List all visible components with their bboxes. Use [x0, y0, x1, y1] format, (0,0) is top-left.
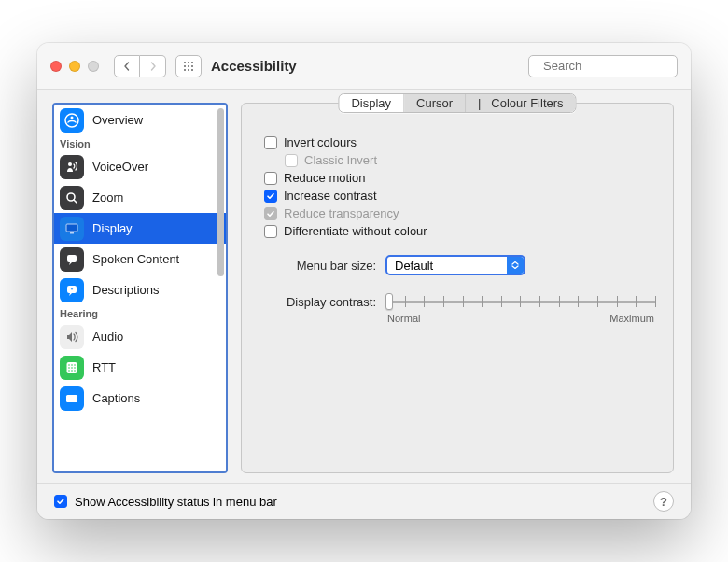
close-window-button[interactable]: [50, 61, 62, 72]
checkbox-label: Reduce motion: [284, 171, 365, 185]
slider-min-label: Normal: [387, 313, 420, 324]
svg-point-2: [191, 62, 193, 63]
sidebar-section-label: Vision: [54, 135, 226, 151]
nav-buttons: [114, 55, 166, 77]
sidebar-item-descriptions[interactable]: ”Descriptions: [54, 274, 226, 305]
svg-point-30: [71, 370, 73, 372]
sidebar-item-label: Descriptions: [92, 283, 160, 297]
reduce-transparency-checkbox: Reduce transparency: [264, 204, 656, 222]
reduce-motion-checkbox[interactable]: Reduce motion: [264, 169, 656, 187]
sidebar-item-label: Captions: [92, 391, 140, 405]
sidebar-item-label: Display: [92, 221, 133, 235]
svg-point-4: [188, 65, 189, 67]
zoom-icon: [60, 186, 84, 210]
display-icon: [60, 217, 84, 241]
sidebar-item-voiceover[interactable]: VoiceOver: [54, 151, 226, 182]
svg-point-31: [74, 370, 76, 372]
checkbox-label: Reduce transparency: [284, 206, 399, 220]
invert-colours-checkbox[interactable]: Invert colours: [264, 133, 656, 151]
svg-point-24: [71, 364, 73, 366]
overview-icon: [60, 108, 84, 133]
footer: Show Accessibility status in menu bar ?: [37, 483, 691, 519]
chevron-up-down-icon: [507, 257, 524, 274]
svg-line-15: [74, 200, 77, 203]
tab-colour-filters[interactable]: | Colour Filters: [466, 94, 576, 112]
show-all-button[interactable]: [175, 55, 202, 77]
svg-rect-19: [67, 255, 77, 262]
menu-bar-size-label: Menu bar size:: [264, 259, 376, 273]
rtt-icon: [60, 356, 84, 380]
slider-max-label: Maximum: [609, 313, 654, 324]
classic-invert-checkbox: Classic Invert: [264, 151, 656, 169]
accessibility-preferences-window: Accessibility OverviewVisionVoiceOverZoo…: [37, 43, 691, 519]
captions-icon: [60, 386, 84, 411]
checkbox-icon: [264, 190, 277, 203]
help-button[interactable]: ?: [653, 491, 674, 512]
tab-display[interactable]: Display: [339, 94, 404, 112]
svg-point-25: [74, 364, 76, 366]
settings-panel: DisplayCursor| Colour Filters Invert col…: [241, 103, 674, 473]
sidebar-item-label: VoiceOver: [92, 160, 148, 174]
sidebar-item-label: Audio: [92, 330, 123, 344]
back-button[interactable]: [114, 55, 140, 77]
sidebar-item-label: Spoken Content: [92, 252, 179, 266]
display-contrast-slider[interactable]: [385, 292, 656, 311]
checkbox-label: Increase contrast: [284, 189, 377, 203]
display-options: Invert colours Classic Invert Reduce mot…: [259, 133, 656, 240]
window-title: Accessibility: [211, 58, 297, 74]
voiceover-icon: [60, 155, 84, 179]
sidebar-item-rtt[interactable]: RTT: [54, 352, 226, 383]
svg-point-26: [68, 367, 70, 369]
spoken-icon: [60, 247, 84, 272]
show-status-checkbox[interactable]: [54, 495, 67, 508]
svg-rect-32: [66, 395, 77, 402]
checkbox-icon: [264, 225, 277, 238]
body: OverviewVisionVoiceOverZoomDisplaySpoken…: [37, 90, 691, 483]
zoom-window-button[interactable]: [88, 61, 99, 72]
sidebar-item-captions[interactable]: Captions: [54, 383, 226, 414]
slider-knob[interactable]: [385, 293, 393, 310]
category-sidebar[interactable]: OverviewVisionVoiceOverZoomDisplaySpoken…: [52, 103, 228, 473]
sidebar-item-overview[interactable]: Overview: [54, 105, 226, 135]
scrollbar[interactable]: [217, 108, 224, 276]
increase-contrast-checkbox[interactable]: Increase contrast: [264, 187, 656, 204]
select-value: Default: [395, 259, 433, 273]
sidebar-item-spoken-content[interactable]: Spoken Content: [54, 244, 226, 274]
differentiate-without-colour-checkbox[interactable]: Differentiate without colour: [264, 222, 656, 240]
svg-point-23: [68, 364, 70, 366]
minimize-window-button[interactable]: [69, 61, 80, 72]
checkbox-label: Invert colours: [284, 135, 357, 149]
search-field[interactable]: [528, 55, 678, 77]
menu-bar-size-row: Menu bar size: Default: [259, 255, 656, 275]
forward-button[interactable]: [140, 55, 166, 77]
sidebar-item-label: Overview: [92, 113, 143, 127]
svg-point-29: [68, 370, 70, 372]
svg-text:”: ”: [71, 287, 74, 292]
tab-cursor[interactable]: Cursor: [404, 94, 466, 112]
search-input[interactable]: [541, 58, 691, 74]
window-controls: [50, 61, 99, 72]
display-contrast-label: Display contrast:: [264, 295, 376, 309]
sidebar-item-zoom[interactable]: Zoom: [54, 182, 226, 213]
checkbox-icon: [285, 154, 298, 167]
sidebar-item-label: Zoom: [92, 190, 123, 204]
tab-bar: DisplayCursor| Colour Filters: [338, 93, 576, 113]
svg-point-6: [184, 69, 186, 71]
checkbox-icon: [264, 207, 277, 220]
display-contrast-row: Display contrast: Normal Maximum: [259, 292, 656, 324]
checkbox-icon: [264, 172, 277, 185]
toolbar: Accessibility: [37, 43, 691, 90]
sidebar-section-label: Hearing: [54, 305, 226, 321]
svg-rect-18: [70, 232, 74, 234]
svg-point-8: [191, 69, 193, 71]
svg-point-5: [191, 65, 193, 67]
svg-point-0: [184, 62, 186, 63]
svg-point-1: [188, 62, 189, 63]
sidebar-item-label: RTT: [92, 360, 116, 374]
sidebar-item-audio[interactable]: Audio: [54, 321, 226, 352]
sidebar-item-display[interactable]: Display: [54, 213, 226, 244]
checkbox-label: Differentiate without colour: [284, 224, 427, 238]
audio-icon: [60, 325, 84, 349]
menu-bar-size-select[interactable]: Default: [385, 255, 525, 275]
checkbox-label: Classic Invert: [304, 153, 377, 167]
